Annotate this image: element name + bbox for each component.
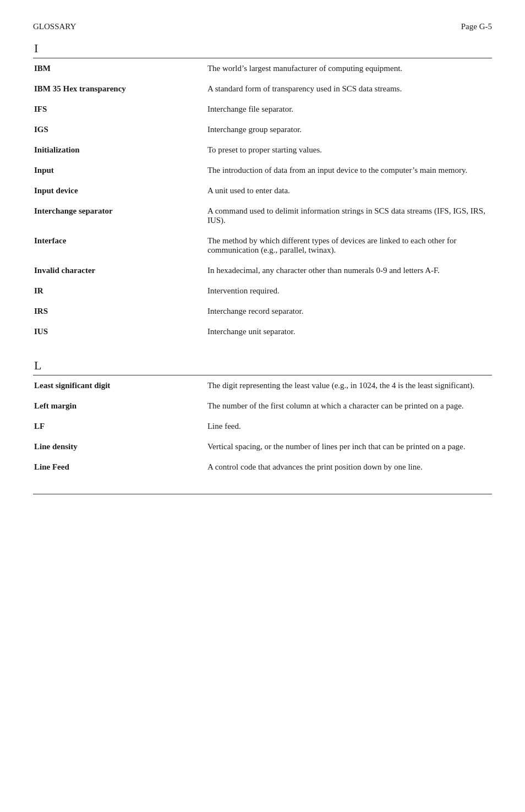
glossary-content: IIBMThe world’s largest manufacturer of … <box>33 41 492 477</box>
definition-cell: The digit representing the least value (… <box>207 375 492 396</box>
definition-cell: A standard form of transparency used in … <box>207 79 492 99</box>
table-row: InitializationTo preset to proper starti… <box>33 140 492 160</box>
term-cell: Left margin <box>33 396 207 416</box>
term-cell: IR <box>33 281 207 301</box>
definition-cell: To preset to proper starting values. <box>207 140 492 160</box>
glossary-table-l: Least significant digitThe digit represe… <box>33 375 492 477</box>
definition-cell: Line feed. <box>207 416 492 437</box>
term-cell: Initialization <box>33 140 207 160</box>
definition-cell: A control code that advances the print p… <box>207 457 492 477</box>
table-row: IRIntervention required. <box>33 281 492 301</box>
table-row: InterfaceThe method by which different t… <box>33 231 492 260</box>
header-left: GLOSSARY <box>33 22 76 31</box>
table-row: IUSInterchange unit separator. <box>33 321 492 342</box>
definition-cell: In hexadecimal, any character other than… <box>207 260 492 281</box>
definition-cell: Interchange record separator. <box>207 301 492 321</box>
definition-cell: Interchange group separator. <box>207 119 492 140</box>
term-cell: LF <box>33 416 207 437</box>
table-row: IRSInterchange record separator. <box>33 301 492 321</box>
table-row: IGSInterchange group separator. <box>33 119 492 140</box>
table-row: Line FeedA control code that advances th… <box>33 457 492 477</box>
header-right: Page G-5 <box>461 22 492 31</box>
table-row: IFSInterchange file separator. <box>33 99 492 119</box>
table-row: InputThe introduction of data from an in… <box>33 160 492 181</box>
term-cell: IRS <box>33 301 207 321</box>
term-cell: Line density <box>33 437 207 457</box>
definition-cell: The introduction of data from an input d… <box>207 160 492 181</box>
term-cell: IGS <box>33 119 207 140</box>
table-row: LFLine feed. <box>33 416 492 437</box>
table-row: IBMThe world’s largest manufacturer of c… <box>33 58 492 79</box>
definition-cell: Vertical spacing, or the number of lines… <box>207 437 492 457</box>
term-cell: Invalid character <box>33 260 207 281</box>
table-row: Line densityVertical spacing, or the num… <box>33 437 492 457</box>
table-row: Interchange separatorA command used to d… <box>33 201 492 231</box>
table-row: Invalid characterIn hexadecimal, any cha… <box>33 260 492 281</box>
definition-cell: The world’s largest manufacturer of comp… <box>207 58 492 79</box>
term-cell: Input <box>33 160 207 181</box>
term-cell: Interface <box>33 231 207 260</box>
term-cell: Input device <box>33 181 207 201</box>
page-header: GLOSSARY Page G-5 <box>33 22 492 31</box>
definition-cell: A command used to delimit information st… <box>207 201 492 231</box>
definition-cell: Interchange unit separator. <box>207 321 492 342</box>
section-letter-i: I <box>33 41 492 56</box>
definition-cell: A unit used to enter data. <box>207 181 492 201</box>
table-row: IBM 35 Hex transparencyA standard form o… <box>33 79 492 99</box>
section-letter-l: L <box>33 358 492 373</box>
bottom-divider <box>33 494 492 494</box>
table-row: Input deviceA unit used to enter data. <box>33 181 492 201</box>
term-cell: IBM 35 Hex transparency <box>33 79 207 99</box>
term-cell: IBM <box>33 58 207 79</box>
term-cell: Least significant digit <box>33 375 207 396</box>
definition-cell: The number of the first column at which … <box>207 396 492 416</box>
table-row: Left marginThe number of the first colum… <box>33 396 492 416</box>
term-cell: IUS <box>33 321 207 342</box>
definition-cell: Intervention required. <box>207 281 492 301</box>
term-cell: IFS <box>33 99 207 119</box>
definition-cell: Interchange file separator. <box>207 99 492 119</box>
definition-cell: The method by which different types of d… <box>207 231 492 260</box>
term-cell: Line Feed <box>33 457 207 477</box>
glossary-table-i: IBMThe world’s largest manufacturer of c… <box>33 58 492 342</box>
term-cell: Interchange separator <box>33 201 207 231</box>
table-row: Least significant digitThe digit represe… <box>33 375 492 396</box>
